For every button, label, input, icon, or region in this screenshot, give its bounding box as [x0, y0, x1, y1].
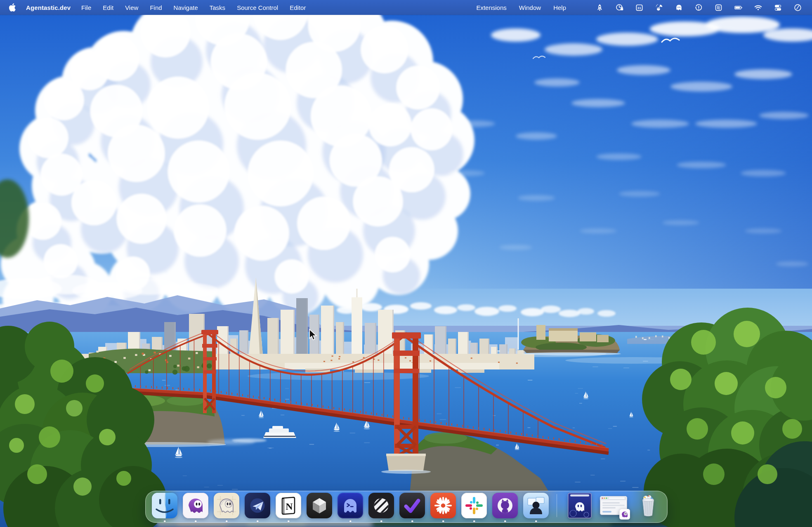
calendar-icon[interactable]: 31 — [635, 3, 644, 12]
rocket-icon[interactable] — [595, 3, 604, 12]
acorn-leaf-icon[interactable] — [655, 3, 663, 12]
dock-item-finder-icon[interactable] — [152, 493, 177, 518]
running-indicator-dot — [473, 520, 475, 522]
running-indicator-dot — [349, 520, 352, 522]
menu-item-navigate[interactable]: Navigate — [168, 4, 204, 11]
running-indicator-dot — [535, 520, 537, 522]
dock-item-cube-3d-icon[interactable] — [307, 493, 332, 518]
dock-item-github-icon[interactable] — [492, 493, 518, 518]
time-machine-alert-icon[interactable] — [694, 3, 703, 12]
menu-item-source-control[interactable]: Source Control — [231, 4, 284, 11]
ghost-icon[interactable] — [675, 3, 683, 12]
running-indicator-dot — [288, 520, 290, 522]
dock-item-ghostty-icon[interactable] — [338, 493, 363, 518]
apple-logo-icon — [9, 3, 16, 12]
wifi-icon[interactable] — [754, 3, 762, 12]
ghost-purple-badge-icon — [619, 509, 630, 520]
battery-icon[interactable] — [734, 3, 743, 12]
menu-item-editor[interactable]: Editor — [284, 4, 312, 11]
minimized-poster-window[interactable] — [568, 493, 592, 518]
dock-divider — [557, 494, 557, 517]
dock-item-checkmark-icon[interactable] — [399, 493, 425, 518]
dock-item-notion-icon[interactable]: N — [276, 493, 301, 518]
dock-item-ghost-purple-icon[interactable] — [183, 493, 208, 518]
dock-item-screen-sharing-icon[interactable] — [523, 493, 549, 518]
dock-item-linear-icon[interactable] — [368, 493, 394, 518]
menu-item-file[interactable]: File — [76, 4, 97, 11]
menu-item-view[interactable]: View — [119, 4, 144, 11]
apple-menu[interactable] — [7, 3, 21, 12]
menu-item-edit[interactable]: Edit — [97, 4, 119, 11]
wallpaper-image — [0, 0, 812, 527]
running-indicator-dot — [504, 520, 506, 522]
active-app-name[interactable]: Agentastic.dev — [21, 4, 76, 11]
menu-item-window[interactable]: Window — [513, 4, 547, 11]
running-indicator-dot — [411, 520, 413, 522]
running-indicator-dot — [380, 520, 382, 522]
clock-icon[interactable] — [793, 3, 802, 12]
svg-text:31: 31 — [637, 6, 641, 10]
menu-bar: Agentastic.dev FileEditViewFindNavigateT… — [0, 0, 812, 15]
running-indicator-dot — [442, 520, 444, 522]
svg-text:N: N — [286, 501, 293, 512]
trash-full-icon[interactable] — [635, 493, 661, 518]
menu-item-tasks[interactable]: Tasks — [204, 4, 231, 11]
dock-item-slack-icon[interactable] — [461, 493, 487, 518]
menu-item-help[interactable]: Help — [547, 4, 572, 11]
dock-item-paper-plane-icon[interactable] — [245, 493, 270, 518]
menu-item-extensions[interactable]: Extensions — [470, 4, 512, 11]
menu-item-find[interactable]: Find — [144, 4, 168, 11]
minimized-browser-window[interactable] — [600, 496, 627, 515]
clock-lock-icon[interactable] — [615, 3, 624, 12]
dock: N — [145, 491, 668, 523]
running-indicator-dot — [164, 520, 166, 522]
running-indicator-dot — [226, 520, 228, 522]
running-indicator-dot — [195, 520, 197, 522]
desktop: Agentastic.dev FileEditViewFindNavigateT… — [0, 0, 812, 527]
running-indicator-dot — [257, 520, 259, 522]
lines-panel-icon[interactable] — [714, 3, 723, 12]
dock-item-ghost-sketch-icon[interactable] — [214, 493, 239, 518]
control-center-icon[interactable] — [774, 3, 782, 12]
dock-item-starburst-icon[interactable] — [430, 493, 456, 518]
